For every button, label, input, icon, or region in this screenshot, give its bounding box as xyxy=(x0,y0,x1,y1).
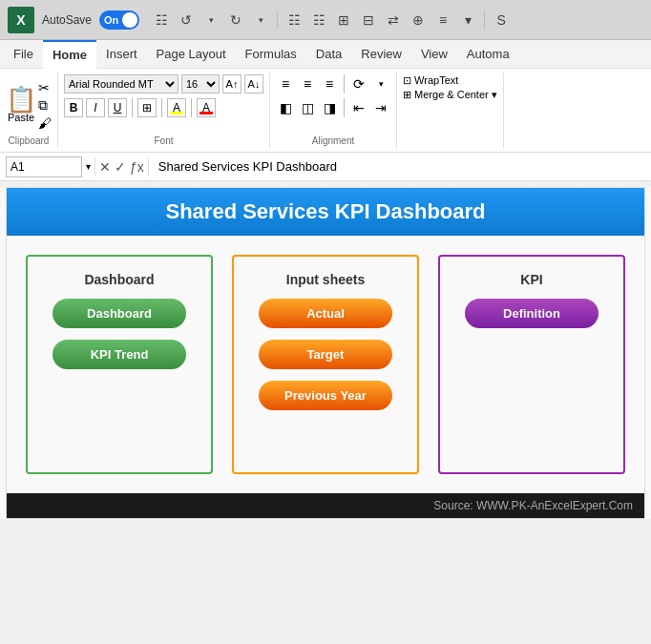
insert-function-icon[interactable]: ƒx xyxy=(130,159,144,175)
increase-font-btn[interactable]: A↑ xyxy=(222,74,242,93)
italic-button[interactable]: I xyxy=(86,98,105,117)
confirm-formula-icon[interactable]: ✓ xyxy=(115,159,126,175)
source-text: Source: WWW.PK-AnExcelExpert.Com xyxy=(433,499,633,512)
table-icon[interactable]: ☷ xyxy=(284,10,304,31)
wrap-label: Wrap xyxy=(414,74,439,86)
copy-icon[interactable]: ⧉ xyxy=(38,97,52,114)
title-bar: X AutoSave On ☷ ↺ ▾ ↻ ▾ ☷ ☷ ⊞ ⊟ ⇄ ⊕ ≡ ▾ … xyxy=(0,0,651,40)
formula-bar: A1 ▾ ✕ ✓ ƒx xyxy=(0,153,651,181)
kpi-card-title: KPI xyxy=(520,272,542,287)
cell-ref-value: A1 xyxy=(10,160,25,174)
toggle-on-label: On xyxy=(104,14,118,26)
font-row-1: Arial Rounded MT 16 A↑ A↓ xyxy=(64,74,263,93)
align-sep1 xyxy=(344,74,345,93)
indent-left-icon[interactable]: ⇤ xyxy=(349,98,368,117)
font-controls: Arial Rounded MT 16 A↑ A↓ B I U ⊞ A xyxy=(64,74,263,135)
decrease-font-btn[interactable]: A↓ xyxy=(244,74,263,93)
undo-icon[interactable]: ↺ xyxy=(176,10,197,31)
align-middle-icon[interactable]: ≡ xyxy=(298,74,317,93)
angle-icon[interactable]: ⟳ xyxy=(349,74,368,93)
paste-icon: 📋 xyxy=(6,87,36,112)
font-separator3 xyxy=(191,98,192,117)
left-align-icon[interactable]: ◧ xyxy=(276,98,295,117)
menu-file[interactable]: File xyxy=(4,40,43,69)
menu-home[interactable]: Home xyxy=(43,40,96,69)
paste-label: Paste xyxy=(8,112,34,123)
target-button[interactable]: Target xyxy=(259,340,392,369)
right-align-icon[interactable]: ◨ xyxy=(320,98,339,117)
toolbar-separator xyxy=(277,10,278,30)
cancel-formula-icon[interactable]: ✕ xyxy=(99,159,111,175)
autosave-label: AutoSave xyxy=(42,13,92,27)
autosave-toggle[interactable]: On xyxy=(99,10,139,30)
dashboard-title: Shared Services KPI Dashboard xyxy=(26,199,625,224)
excel-logo: X xyxy=(8,7,34,33)
menu-review[interactable]: Review xyxy=(351,40,411,69)
font-separator xyxy=(132,98,133,117)
quick-access-icon1[interactable]: ☷ xyxy=(151,10,172,31)
paste-button[interactable]: 📋 Paste xyxy=(6,87,36,123)
dashboard-button[interactable]: Dashboard xyxy=(52,299,186,328)
redo-icon[interactable]: ↻ xyxy=(225,10,246,31)
input-sheets-card: Input sheets Actual Target Previous Year xyxy=(232,255,419,474)
merge-button[interactable]: ⊞ Merge & Center ▾ xyxy=(403,89,497,101)
input-sheets-card-title: Input sheets xyxy=(286,272,365,287)
bold-button[interactable]: B xyxy=(64,98,83,117)
formula-sep2 xyxy=(148,157,149,177)
cut-icon[interactable]: ✂ xyxy=(38,80,52,95)
dashboard-card: Dashboard Dashboard KPI Trend xyxy=(26,255,213,474)
merge-label: Merg xyxy=(414,89,438,100)
toggle-knob xyxy=(122,12,137,28)
actual-button[interactable]: Actual xyxy=(259,299,392,328)
cell-reference: A1 xyxy=(6,156,82,177)
menu-view[interactable]: View xyxy=(411,40,457,69)
formula-input[interactable] xyxy=(153,156,645,177)
sheet-content: Shared Services KPI Dashboard Dashboard … xyxy=(0,187,651,519)
filter-icon[interactable]: ⊞ xyxy=(333,10,354,31)
extra-icon6[interactable]: S xyxy=(491,10,512,31)
font-color-button[interactable]: A xyxy=(197,98,216,117)
extra-icon2[interactable]: ⇄ xyxy=(383,10,404,31)
indent-right-icon[interactable]: ⇥ xyxy=(371,98,390,117)
font-group: Arial Rounded MT 16 A↑ A↓ B I U ⊞ A xyxy=(58,73,270,148)
format-painter-icon[interactable]: 🖌 xyxy=(38,115,52,131)
definition-button[interactable]: Definition xyxy=(465,299,598,328)
align-bottom-icon[interactable]: ≡ xyxy=(320,74,339,93)
font-label: Font xyxy=(154,135,173,146)
clipboard-label: Clipboard xyxy=(9,135,50,146)
borders-button[interactable]: ⊞ xyxy=(137,98,157,117)
extra-icon4[interactable]: ≡ xyxy=(432,10,453,31)
underline-button[interactable]: U xyxy=(108,98,127,117)
menu-formulas[interactable]: Formulas xyxy=(236,40,306,69)
wrap-group: ⊡ WrapText ⊞ Merge & Center ▾ xyxy=(397,73,504,148)
menu-insert[interactable]: Insert xyxy=(96,40,147,69)
menu-automate[interactable]: Automa xyxy=(457,40,519,69)
redo-dropdown-icon[interactable]: ▾ xyxy=(250,10,271,31)
extra-icon1[interactable]: ⊟ xyxy=(358,10,379,31)
wrap-text-button[interactable]: ⊡ WrapText xyxy=(403,74,458,87)
undo-dropdown-icon[interactable]: ▾ xyxy=(200,10,221,31)
toolbar-separator2 xyxy=(484,10,485,30)
dashboard-card-title: Dashboard xyxy=(84,272,154,287)
dashboard-area: Shared Services KPI Dashboard Dashboard … xyxy=(6,187,645,519)
align-sep2 xyxy=(344,98,345,117)
extra-icon3[interactable]: ⊕ xyxy=(408,10,429,31)
align-row-1: ≡ ≡ ≡ ⟳ ▾ xyxy=(276,74,390,93)
align-top-icon[interactable]: ≡ xyxy=(276,74,295,93)
form-icon[interactable]: ☷ xyxy=(308,10,329,31)
angle-dropdown-icon[interactable]: ▾ xyxy=(371,74,390,93)
kpi-card: KPI Definition xyxy=(438,255,625,474)
kpi-trend-button[interactable]: KPI Trend xyxy=(52,340,186,369)
dashboard-body: Dashboard Dashboard KPI Trend Input shee… xyxy=(7,236,644,493)
font-size-select[interactable]: 16 xyxy=(181,74,220,93)
menu-data[interactable]: Data xyxy=(306,40,351,69)
clipboard-content: 📋 Paste ✂ ⧉ 🖌 xyxy=(6,74,52,135)
wrap-controls: ⊡ WrapText ⊞ Merge & Center ▾ xyxy=(403,74,497,146)
cell-ref-dropdown[interactable]: ▾ xyxy=(86,161,91,172)
previous-year-button[interactable]: Previous Year xyxy=(259,381,392,410)
extra-icon5[interactable]: ▾ xyxy=(457,10,478,31)
center-align-icon[interactable]: ◫ xyxy=(298,98,317,117)
menu-page-layout[interactable]: Page Layout xyxy=(147,40,236,69)
fill-color-button[interactable]: A xyxy=(167,98,186,117)
font-name-select[interactable]: Arial Rounded MT xyxy=(64,74,178,93)
